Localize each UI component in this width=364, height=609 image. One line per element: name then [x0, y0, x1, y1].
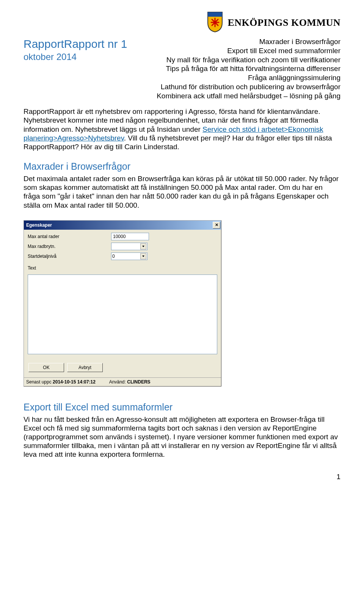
doc-subtitle: oktober 2014 — [24, 52, 133, 63]
logo-text: ENKÖPINGS KOMMUN — [228, 17, 340, 28]
close-icon[interactable]: ✕ — [213, 222, 220, 229]
page-number: 1 — [24, 473, 340, 481]
properties-dialog: Egenskaper ✕ Max antal rader Max radbryt… — [24, 220, 221, 387]
status-updated: Senast uppc 2014-10-15 14:07:12 — [26, 379, 96, 385]
header-bullet: Kombinera ack utfall med helårsbudget – … — [149, 92, 340, 101]
startdetail-combo[interactable]: 0 — [111, 252, 147, 260]
maxrows-input[interactable] — [111, 233, 149, 240]
section-heading-maxrader: Maxrader i Browserfrågor — [24, 161, 340, 172]
chevron-down-icon — [140, 243, 146, 249]
dialog-titlebar: Egenskaper ✕ — [24, 221, 221, 230]
startdetail-label: Startdetaljnivå — [28, 254, 111, 259]
header-bullet: Ny mall för fråga verifikation och zoom … — [149, 55, 340, 65]
crest-icon — [206, 11, 224, 34]
header-bullet: Tips på fråga för att hitta förvaltnings… — [149, 64, 340, 73]
section-heading-export: Export till Excel med summaformler — [24, 402, 340, 413]
section1-body: Det maximala antalet rader som en Browse… — [24, 174, 340, 210]
maxbreak-combo[interactable] — [111, 243, 147, 250]
doc-title: RapportRapport nr 1 — [24, 37, 133, 51]
dialog-statusbar: Senast uppc 2014-10-15 14:07:12 Använd: … — [24, 377, 221, 386]
cancel-button[interactable]: Avbryt — [67, 363, 103, 372]
maxrows-label: Max antal rader — [28, 234, 111, 239]
header-bullet: Maxrader i Browserfrågor — [149, 37, 340, 46]
header-bullet: Lathund för distribution och publicering… — [149, 82, 340, 92]
header-bullet: Fråga anläggningssimulering — [149, 73, 340, 82]
status-user: Använd: CLINDERS — [109, 379, 151, 385]
section2-body: Vi har nu fått besked från en Agresso-ko… — [24, 415, 340, 459]
ok-button[interactable]: OK — [28, 363, 64, 372]
startdetail-value: 0 — [112, 254, 115, 259]
intro-paragraph: RapportRapport är ett nyhetsbrev om rapp… — [24, 107, 340, 151]
text-label: Text — [28, 265, 111, 271]
chevron-down-icon — [140, 253, 146, 259]
header-bullet: Export till Excel med summaformler — [149, 46, 340, 55]
logo-row: ENKÖPINGS KOMMUN — [24, 11, 340, 34]
maxbreak-label: Max radbrytn. — [28, 244, 111, 249]
dialog-title: Egenskaper — [26, 222, 52, 228]
dialog-textarea[interactable] — [28, 275, 217, 354]
